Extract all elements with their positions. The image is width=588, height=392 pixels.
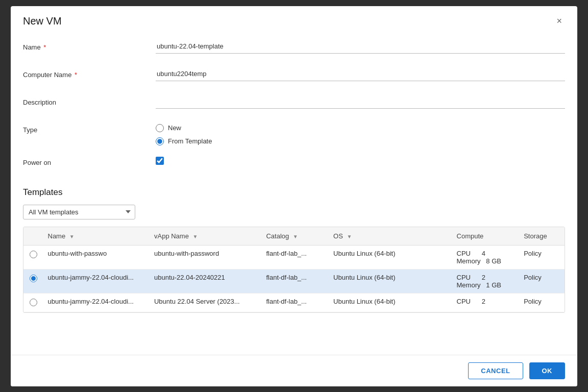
th-radio	[23, 227, 44, 246]
row-1-radio[interactable]	[30, 251, 37, 258]
name-control	[156, 39, 565, 54]
row-3-compute: CPU 2	[453, 293, 520, 312]
table-header: Name ▼ vApp Name ▼ Catalog ▼	[23, 227, 565, 246]
row-1-compute: CPU 4 Memory 8 GB	[453, 245, 520, 269]
power-on-label: Power on	[23, 155, 156, 166]
row-3-catalog: flant-df-lab_...	[262, 293, 329, 312]
description-row: Description	[23, 94, 565, 113]
modal-header: New VM ×	[11, 6, 577, 34]
name-input[interactable]	[156, 39, 565, 54]
templates-title: Templates	[23, 187, 565, 198]
table-row[interactable]: ubuntu-jammy-22.04-cloudi... ubuntu-22.0…	[23, 269, 565, 293]
row-2-radio[interactable]	[30, 275, 37, 282]
modal-overlay: New VM × Name * Computer Name *	[0, 0, 588, 392]
row-radio-cell	[23, 269, 44, 293]
description-label: Description	[23, 94, 156, 106]
row-radio-cell	[23, 293, 44, 312]
row-1-cpu: CPU 4	[457, 250, 516, 257]
templates-section: Templates All VM templates My templates …	[23, 182, 565, 313]
templates-dropdown[interactable]: All VM templates My templates Shared tem…	[23, 205, 135, 219]
row-1-memory: Memory 8 GB	[457, 257, 516, 265]
table-body: ubuntu-with-passwo ubuntu-with-password …	[23, 245, 565, 312]
computer-name-control	[156, 67, 565, 81]
th-storage: Storage	[520, 227, 565, 246]
th-name[interactable]: Name ▼	[44, 227, 150, 246]
vapp-sort-icon: ▼	[193, 234, 198, 239]
name-row: Name *	[23, 39, 565, 58]
row-2-vapp: ubuntu-22.04-20240221	[150, 269, 262, 293]
templates-table-scroll[interactable]: Name ▼ vApp Name ▼ Catalog ▼	[23, 227, 565, 312]
computer-name-input[interactable]	[156, 67, 565, 81]
row-3-cpu: CPU 2	[457, 298, 516, 305]
templates-table: Name ▼ vApp Name ▼ Catalog ▼	[23, 227, 565, 312]
templates-dropdown-wrap: All VM templates My templates Shared tem…	[23, 205, 565, 219]
name-required-star: *	[43, 43, 46, 51]
th-compute: Compute	[453, 227, 520, 246]
catalog-sort-icon: ▼	[293, 234, 298, 239]
type-label: Type	[23, 122, 156, 134]
modal-footer: CANCEL OK	[11, 355, 577, 386]
table-header-row: Name ▼ vApp Name ▼ Catalog ▼	[23, 227, 565, 246]
row-3-storage: Policy	[520, 293, 565, 312]
row-3-os: Ubuntu Linux (64-bit)	[329, 293, 452, 312]
power-on-row: Power on	[23, 155, 565, 173]
type-row: Type New From Template	[23, 122, 565, 145]
table-row[interactable]: ubuntu-with-passwo ubuntu-with-password …	[23, 245, 565, 269]
row-2-storage: Policy	[520, 269, 565, 293]
row-2-memory: Memory 1 GB	[457, 281, 516, 289]
cancel-button[interactable]: CANCEL	[468, 362, 523, 379]
type-new-radio[interactable]	[156, 124, 164, 132]
row-1-os: Ubuntu Linux (64-bit)	[329, 245, 452, 269]
row-1-vapp: ubuntu-with-password	[150, 245, 262, 269]
name-sort-icon: ▼	[69, 234, 75, 239]
description-input[interactable]	[156, 94, 565, 109]
ok-button[interactable]: OK	[529, 362, 566, 379]
row-1-catalog: flant-df-lab_...	[262, 245, 329, 269]
os-sort-icon: ▼	[347, 234, 352, 239]
power-on-checkbox-wrap	[156, 155, 565, 165]
th-vapp[interactable]: vApp Name ▼	[150, 227, 262, 246]
name-label: Name *	[23, 39, 156, 51]
close-button[interactable]: ×	[553, 15, 565, 27]
th-os[interactable]: OS ▼	[329, 227, 452, 246]
row-3-radio[interactable]	[30, 299, 37, 306]
description-control	[156, 94, 565, 109]
row-3-name: ubuntu-jammy-22.04-cloudi...	[44, 293, 150, 312]
row-2-catalog: flant-df-lab_...	[262, 269, 329, 293]
templates-table-container: Name ▼ vApp Name ▼ Catalog ▼	[23, 227, 565, 313]
computer-name-required-star: *	[75, 71, 77, 79]
type-from-template-label: From Template	[168, 137, 212, 145]
row-3-vapp: Ubuntu 22.04 Server (2023...	[150, 293, 262, 312]
computer-name-label: Computer Name *	[23, 67, 156, 79]
power-on-control	[156, 155, 565, 165]
row-2-compute: CPU 2 Memory 1 GB	[453, 269, 520, 293]
table-row[interactable]: ubuntu-jammy-22.04-cloudi... Ubuntu 22.0…	[23, 293, 565, 312]
power-on-checkbox[interactable]	[156, 157, 164, 165]
computer-name-row: Computer Name *	[23, 67, 565, 85]
row-1-name: ubuntu-with-passwo	[44, 245, 150, 269]
type-from-template-option[interactable]: From Template	[156, 137, 565, 145]
type-control: New From Template	[156, 122, 565, 145]
type-new-option[interactable]: New	[156, 124, 565, 132]
row-2-name: ubuntu-jammy-22.04-cloudi...	[44, 269, 150, 293]
type-new-label: New	[168, 124, 181, 132]
modal-title: New VM	[23, 15, 62, 27]
th-catalog[interactable]: Catalog ▼	[262, 227, 329, 246]
type-radio-group: New From Template	[156, 122, 565, 145]
row-2-os: Ubuntu Linux (64-bit)	[329, 269, 452, 293]
row-2-cpu: CPU 2	[457, 274, 516, 281]
row-1-storage: Policy	[520, 245, 565, 269]
type-from-template-radio[interactable]	[156, 137, 164, 145]
modal-body: Name * Computer Name * Descriptio	[11, 34, 577, 355]
modal: New VM × Name * Computer Name *	[11, 6, 577, 386]
row-radio-cell	[23, 245, 44, 269]
